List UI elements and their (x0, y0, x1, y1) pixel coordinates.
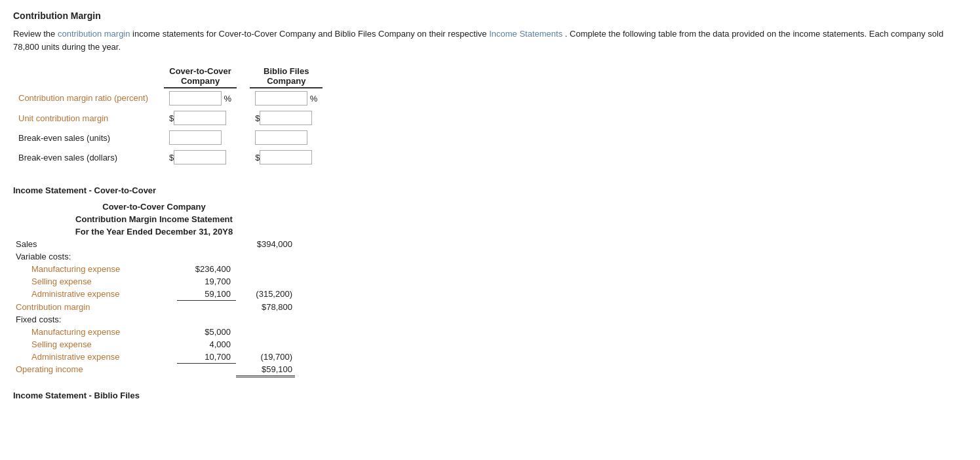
cover-row-col1-1 (177, 250, 236, 263)
cover-row-label-2: Manufacturing expense (13, 263, 177, 275)
cover-row-label-7: Manufacturing expense (13, 326, 177, 338)
col2-header-line2: Company (255, 76, 317, 86)
contrib-row-col1-3: $ (164, 147, 237, 167)
cover-row-col2-7 (236, 326, 295, 338)
cover-row-col1-7: $5,000 (177, 326, 236, 338)
col1-header-line1: Cover-to-Cover (169, 66, 231, 76)
cover-row-col1-5 (177, 301, 236, 313)
cover-row-col2-5: $78,800 (236, 301, 295, 313)
contrib-input-col1-0[interactable] (169, 91, 222, 105)
contrib-input-col2-2[interactable] (255, 130, 307, 145)
col2-header-line1: Biblio Files (255, 66, 317, 76)
cover-row-col2-0: $394,000 (236, 238, 295, 250)
contrib-row-col2-3: $ (250, 147, 323, 167)
cover-row-col2-6 (236, 313, 295, 326)
cover-row-label-1: Variable costs: (13, 250, 177, 263)
biblio-section-title: Income Statement - Biblio Files (13, 391, 967, 400)
col1-header-line2: Company (169, 76, 231, 86)
contribution-margin-link[interactable]: contribution margin (58, 29, 130, 39)
stmt-header2: Contribution Margin Income Statement (13, 213, 295, 225)
contrib-row-col1-1: $ (164, 108, 237, 128)
cover-row-label-6: Fixed costs: (13, 313, 177, 326)
cover-row-label-8: Selling expense (13, 338, 177, 351)
cover-row-col2-8 (236, 338, 295, 351)
cover-row-col2-4: (315,200) (236, 288, 295, 301)
cover-row-label-9: Administrative expense (13, 351, 177, 364)
cover-row-col1-0 (177, 238, 236, 250)
contrib-row-col2-2 (250, 128, 323, 147)
cover-row-label-5: Contribution margin (13, 301, 177, 313)
contrib-row-label-2: Break-even sales (units) (13, 128, 164, 147)
contrib-row-col1-0: % (164, 88, 237, 108)
cover-row-col2-1 (236, 250, 295, 263)
contribution-margin-table: Cover-to-Cover Company Biblio Files Comp… (13, 64, 323, 167)
cover-row-col1-3: 19,700 (177, 275, 236, 288)
contrib-input-col2-1[interactable] (260, 111, 312, 125)
cover-row-col2-9: (19,700) (236, 351, 295, 364)
cover-row-col1-6 (177, 313, 236, 326)
contrib-input-col2-3[interactable] (260, 150, 312, 164)
cover-row-col1-4: 59,100 (177, 288, 236, 301)
intro-paragraph: Review the contribution margin income st… (13, 28, 967, 53)
cover-row-col2-3 (236, 275, 295, 288)
cover-row-label-3: Selling expense (13, 275, 177, 288)
cover-income-statement: Cover-to-Cover Company Contribution Marg… (13, 201, 295, 377)
contrib-row-col2-1: $ (250, 108, 323, 128)
cover-row-label-10: Operating income (13, 363, 177, 377)
contrib-input-col1-1[interactable] (174, 111, 226, 125)
cover-row-col1-2: $236,400 (177, 263, 236, 275)
cover-row-col1-10 (177, 363, 236, 377)
contrib-row-label-3: Break-even sales (dollars) (13, 147, 164, 167)
cover-section-title: Income Statement - Cover-to-Cover (13, 185, 967, 195)
contrib-input-col1-3[interactable] (174, 150, 226, 164)
page-title: Contribution Margin (13, 10, 967, 21)
contrib-row-label-1: Unit contribution margin (13, 108, 164, 128)
cover-row-label-4: Administrative expense (13, 288, 177, 301)
contrib-row-label-0: Contribution margin ratio (percent) (13, 88, 164, 108)
cover-row-col1-8: 4,000 (177, 338, 236, 351)
income-statements-link[interactable]: Income Statements (489, 29, 562, 39)
contrib-input-col1-2[interactable] (169, 130, 222, 145)
cover-row-col1-9: 10,700 (177, 351, 236, 364)
stmt-header3: For the Year Ended December 31, 20Y8 (13, 225, 295, 238)
cover-row-col2-2 (236, 263, 295, 275)
cover-row-col2-10: $59,100 (236, 363, 295, 377)
cover-row-label-0: Sales (13, 238, 177, 250)
contrib-row-col1-2 (164, 128, 237, 147)
contrib-input-col2-0[interactable] (255, 91, 307, 105)
stmt-header1: Cover-to-Cover Company (13, 201, 295, 213)
intro-text2: income statements for Cover-to-Cover Com… (132, 29, 489, 39)
contrib-row-col2-0: % (250, 88, 323, 108)
